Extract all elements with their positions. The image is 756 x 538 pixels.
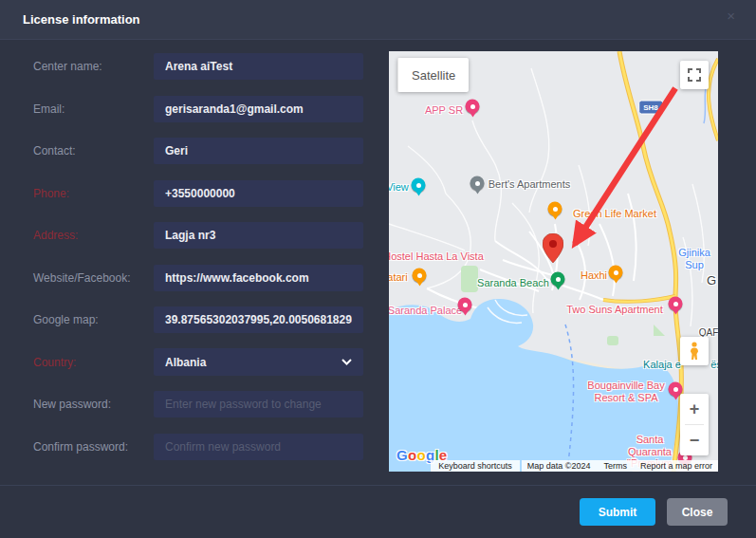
confirm-password-label: Confirm password: <box>33 440 154 454</box>
website-facebook-input[interactable] <box>154 265 363 291</box>
modal-footer: Submit Close <box>0 485 756 538</box>
new-password-input[interactable] <box>154 391 363 417</box>
terms-link[interactable]: Terms <box>603 461 627 471</box>
form-row: Confirm password: <box>33 434 375 460</box>
zoom-out-button[interactable]: − <box>680 425 709 455</box>
new-password-label: New password: <box>33 398 154 411</box>
satellite-view-button[interactable]: Satellite <box>397 58 469 92</box>
annotation-arrow <box>389 51 718 472</box>
form-row: Contact: <box>33 138 375 164</box>
center-name-input[interactable] <box>154 53 363 80</box>
fullscreen-button[interactable] <box>680 61 709 89</box>
phone-label: Phone: <box>33 187 154 200</box>
report-map-error-link[interactable]: Report a map error <box>640 461 712 471</box>
form-row: Address: <box>33 222 375 249</box>
map-attribution: Keyboard shortcuts Map data ©2024 Terms … <box>431 460 718 472</box>
zoom-in-button[interactable]: + <box>680 394 709 424</box>
modal-title: License information <box>23 12 140 27</box>
google-logo-letter: o <box>416 447 425 463</box>
address-label: Address: <box>33 229 154 242</box>
license-form: Center name:Email:Contact:Phone:Address:… <box>33 53 375 475</box>
form-row: Center name: <box>33 53 375 80</box>
close-button[interactable]: Close <box>667 498 728 526</box>
form-row: Website/Facebook: <box>33 265 375 291</box>
submit-button[interactable]: Submit <box>580 498 655 526</box>
map-data-label: Map data ©2024 <box>527 461 591 471</box>
map-type-control: Map Satellite <box>397 58 469 92</box>
contact-input[interactable] <box>154 138 363 164</box>
google-map[interactable]: APP SRViewBert's ApartmentsGreen Life Ma… <box>389 51 718 472</box>
confirm-password-input[interactable] <box>154 434 363 460</box>
chevron-down-icon <box>341 359 352 365</box>
close-icon[interactable]: × <box>727 8 735 24</box>
selected-value: Albania <box>165 356 206 369</box>
country-label: Country: <box>33 356 154 369</box>
google-logo-letter: G <box>396 447 408 463</box>
google-map-label: Google map: <box>33 313 154 326</box>
modal-header: License information × <box>0 0 756 40</box>
form-row: New password: <box>33 391 375 417</box>
google-map-input[interactable] <box>154 306 363 333</box>
form-row: Email: <box>33 96 375 122</box>
email-label: Email: <box>33 102 154 116</box>
phone-input[interactable] <box>154 180 363 207</box>
address-input[interactable] <box>154 222 363 249</box>
form-row: Country:Albania <box>33 349 375 376</box>
website-facebook-label: Website/Facebook: <box>33 271 154 285</box>
zoom-control: + − <box>680 394 709 455</box>
email-input[interactable] <box>154 96 363 122</box>
form-row: Phone: <box>33 180 375 207</box>
keyboard-shortcuts-link[interactable]: Keyboard shortcuts <box>431 460 520 472</box>
street-view-pegman[interactable] <box>680 337 709 365</box>
contact-label: Contact: <box>33 144 154 158</box>
center-name-label: Center name: <box>33 60 154 73</box>
fullscreen-icon <box>688 68 701 82</box>
form-row: Google map: <box>33 306 375 333</box>
license-information-modal: License information × Center name:Email:… <box>0 0 756 538</box>
country-select[interactable]: Albania <box>154 348 363 376</box>
pegman-icon <box>689 342 700 361</box>
